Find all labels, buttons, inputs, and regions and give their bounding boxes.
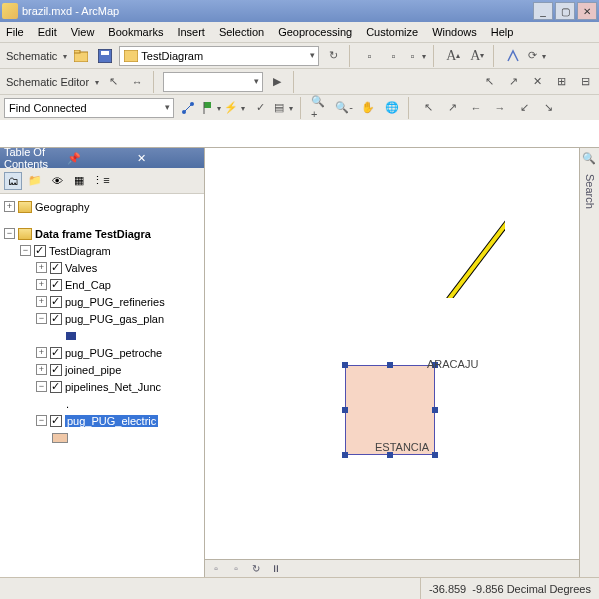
nav-nw-icon[interactable]: ↖ <box>418 98 438 118</box>
menu-file[interactable]: File <box>6 26 24 38</box>
nav-ne-icon[interactable]: ↗ <box>442 98 462 118</box>
toc-pin-icon[interactable]: 📌 <box>67 152 130 165</box>
layer-checkbox[interactable] <box>50 279 62 291</box>
expand-icon[interactable]: − <box>20 245 31 256</box>
toc-tree[interactable]: +Geography −Data frame TestDiagra −TestD… <box>0 194 204 577</box>
expand-icon[interactable]: + <box>36 364 47 375</box>
layout-icon[interactable]: ▫ <box>359 46 379 66</box>
expand-icon[interactable]: − <box>36 313 47 324</box>
expand-icon[interactable]: − <box>36 415 47 426</box>
list-by-source-icon[interactable]: 📁 <box>26 172 44 190</box>
search-icon[interactable]: 🔍 <box>582 152 598 168</box>
expand-icon[interactable]: + <box>36 296 47 307</box>
map-view[interactable]: ARACAJU ESTANCIA ▫ ▫ ↻ ⏸ 🔍 Search <box>205 148 599 577</box>
toc-dataframe-testdiagram[interactable]: Data frame TestDiagra <box>35 228 151 240</box>
layer-checkbox[interactable] <box>34 245 46 257</box>
map-canvas[interactable] <box>205 148 505 298</box>
layer-checkbox[interactable] <box>50 313 62 325</box>
toc-layer[interactable]: pug_PUG_refineries <box>65 296 165 308</box>
menu-windows[interactable]: Windows <box>432 26 477 38</box>
menu-insert[interactable]: Insert <box>177 26 205 38</box>
zoom-out-icon[interactable]: 🔍- <box>334 98 354 118</box>
flag-icon[interactable] <box>202 98 222 118</box>
layer-checkbox[interactable] <box>50 415 62 427</box>
toc-layer[interactable]: pipelines_Net_Junc <box>65 381 161 393</box>
resize-handle[interactable] <box>432 452 438 458</box>
sel-clear-icon[interactable]: ✕ <box>527 72 547 92</box>
menu-view[interactable]: View <box>71 26 95 38</box>
resize-handle[interactable] <box>387 362 393 368</box>
toc-layer[interactable]: Valves <box>65 262 97 274</box>
maximize-button[interactable]: ▢ <box>555 2 575 20</box>
refresh-icon[interactable]: ↻ <box>323 46 343 66</box>
nav-e-icon[interactable]: → <box>490 98 510 118</box>
list-by-selection-icon[interactable]: ▦ <box>70 172 88 190</box>
layer-checkbox[interactable] <box>50 296 62 308</box>
propagate-icon[interactable] <box>503 46 523 66</box>
data-view-icon[interactable]: ▫ <box>209 562 223 576</box>
expand-icon[interactable]: − <box>36 381 47 392</box>
pause-draw-icon[interactable]: ⏸ <box>269 562 283 576</box>
layer-checkbox[interactable] <box>50 262 62 274</box>
menu-customize[interactable]: Customize <box>366 26 418 38</box>
layer-checkbox[interactable] <box>50 381 62 393</box>
editor-combo[interactable] <box>163 72 263 92</box>
toc-layer[interactable]: joined_pipe <box>65 364 121 376</box>
minimize-button[interactable]: _ <box>533 2 553 20</box>
search-tab-label[interactable]: Search <box>584 174 596 209</box>
trace-tool-icon[interactable]: ⚡ <box>226 98 246 118</box>
solve-icon[interactable]: ✓ <box>250 98 270 118</box>
resize-handle[interactable] <box>342 407 348 413</box>
font-bigger-icon[interactable]: A▴ <box>443 46 463 66</box>
move-icon[interactable]: ↔ <box>127 72 147 92</box>
schematic-editor-menu[interactable]: Schematic Editor <box>4 76 99 88</box>
resize-handle[interactable] <box>432 407 438 413</box>
refresh-view-icon[interactable]: ↻ <box>249 562 263 576</box>
full-extent-icon[interactable]: 🌐 <box>382 98 402 118</box>
toc-layer[interactable]: pug_PUG_petroche <box>65 347 162 359</box>
list-by-visibility-icon[interactable]: 👁 <box>48 172 66 190</box>
sel-arrow-icon[interactable]: ↖ <box>479 72 499 92</box>
sel-node-icon[interactable]: ↗ <box>503 72 523 92</box>
pan-icon[interactable]: ✋ <box>358 98 378 118</box>
close-button[interactable]: ✕ <box>577 2 597 20</box>
toc-options-icon[interactable]: ⋮≡ <box>92 172 110 190</box>
nav-sw-icon[interactable]: ↙ <box>514 98 534 118</box>
toc-layer[interactable]: End_Cap <box>65 279 111 291</box>
diagram-combo[interactable]: TestDiagram <box>119 46 319 66</box>
layer-checkbox[interactable] <box>50 364 62 376</box>
menu-geoprocessing[interactable]: Geoprocessing <box>278 26 352 38</box>
run-icon[interactable]: ▶ <box>267 72 287 92</box>
layout3-icon[interactable]: ▫ <box>407 46 427 66</box>
menu-edit[interactable]: Edit <box>38 26 57 38</box>
expand-icon[interactable]: + <box>36 279 47 290</box>
results-icon[interactable]: ▤ <box>274 98 294 118</box>
layout-view-icon[interactable]: ▫ <box>229 562 243 576</box>
update-icon[interactable]: ⟳ <box>527 46 547 66</box>
connectivity-icon[interactable] <box>178 98 198 118</box>
sel-plus-icon[interactable]: ⊞ <box>551 72 571 92</box>
layer-checkbox[interactable] <box>50 347 62 359</box>
save-diagram-icon[interactable] <box>95 46 115 66</box>
layout2-icon[interactable]: ▫ <box>383 46 403 66</box>
resize-handle[interactable] <box>342 452 348 458</box>
list-by-drawing-icon[interactable]: 🗂 <box>4 172 22 190</box>
toc-layer[interactable]: pug_PUG_gas_plan <box>65 313 164 325</box>
expand-icon[interactable]: − <box>4 228 15 239</box>
menu-bookmarks[interactable]: Bookmarks <box>108 26 163 38</box>
nav-se-icon[interactable]: ↘ <box>538 98 558 118</box>
folder-icon[interactable] <box>71 46 91 66</box>
menu-selection[interactable]: Selection <box>219 26 264 38</box>
toc-close-icon[interactable]: ✕ <box>137 152 200 165</box>
nav-w-icon[interactable]: ← <box>466 98 486 118</box>
schematic-menu[interactable]: Schematic <box>4 50 67 62</box>
resize-handle[interactable] <box>342 362 348 368</box>
expand-icon[interactable]: + <box>36 347 47 358</box>
sel-minus-icon[interactable]: ⊟ <box>575 72 595 92</box>
expand-icon[interactable]: + <box>4 201 15 212</box>
edit-arrow-icon[interactable]: ↖ <box>103 72 123 92</box>
expand-icon[interactable]: + <box>36 262 47 273</box>
toc-layer-selected[interactable]: pug_PUG_electric <box>65 415 158 427</box>
font-smaller-icon[interactable]: A▾ <box>467 46 487 66</box>
toc-layer[interactable]: TestDiagram <box>49 245 111 257</box>
